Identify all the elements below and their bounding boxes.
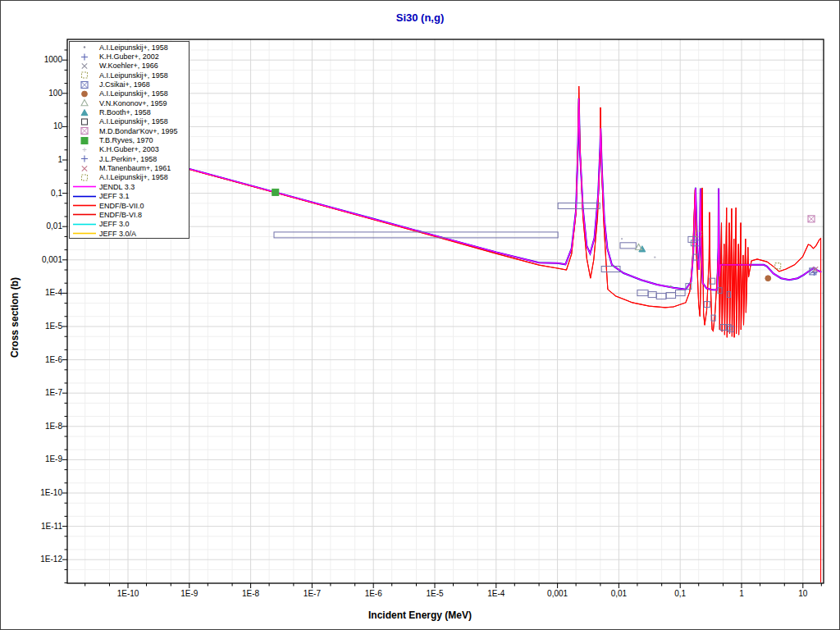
legend-entry-label: A.I.Leipunskij+, 1958: [99, 117, 168, 126]
legend-marker-icon: [70, 62, 99, 71]
legend-entry: R.Booth+, 1958: [70, 107, 189, 116]
marker-plus: [81, 156, 88, 162]
x-tick-label: 10: [780, 589, 826, 598]
marker-dot: [621, 238, 623, 240]
marker-square-crossed: [81, 128, 88, 135]
legend-entry: ENDF/B-VII.0: [70, 201, 189, 210]
legend-marker-icon: [70, 164, 99, 173]
legend-entry-label: A.I.Leipunskij+, 1958: [99, 43, 168, 52]
legend-entry-label: K.H.Guber+, 2002: [99, 52, 159, 61]
legend-marker-icon: [70, 220, 99, 229]
legend-marker-icon: [70, 229, 99, 238]
range-bar: [558, 203, 600, 208]
legend-entry-label: A.I.Leipunskij+, 1958: [99, 71, 168, 80]
legend-entry: W.Koehler+, 1966: [70, 62, 189, 71]
legend-entry-label: JEFF 3.1: [99, 192, 130, 200]
legend-entry-label: V.N.Kononov+, 1959: [99, 99, 167, 107]
x-tick-label: 1E-9: [167, 589, 212, 598]
legend-entry-label: K.H.Guber+, 2003: [99, 145, 159, 153]
legend-marker-icon: [70, 192, 99, 201]
legend-entry: A.I.Leipunskij+, 1958: [70, 89, 189, 98]
range-bar: [688, 236, 696, 242]
y-tick-label: 1000: [20, 55, 62, 64]
legend-marker-icon: [70, 182, 99, 191]
legend-entry-label: A.I.Leipunskij+, 1958: [99, 173, 168, 181]
legend-entry-label: ENDF/B-VI.8: [99, 211, 142, 219]
marker-square-dashed: [82, 175, 88, 180]
legend-entry: A.I.Leipunskij+, 1958: [70, 43, 189, 52]
legend-entry: JEFF 3.1: [70, 192, 189, 201]
marker-circle-filled: [82, 91, 88, 97]
legend-entry-label: R.Booth+, 1958: [99, 108, 151, 116]
legend-entry: JEFF 3.0: [70, 220, 189, 229]
legend-entry-label: J.Csikai+, 1968: [99, 80, 150, 89]
marker-dot: [654, 256, 655, 258]
legend-entry: J.Csikai+, 1968: [70, 80, 189, 89]
legend-marker-icon: [70, 145, 99, 154]
janis-plot-window: Si30 (n,g) Cross section (b) Incident En…: [0, 0, 840, 630]
marker-triangle-open: [81, 100, 88, 106]
y-tick-label: 1E-11: [20, 522, 62, 531]
y-axis-title: Cross section (b): [9, 277, 21, 358]
range-bar: [620, 243, 636, 249]
marker-x: [82, 166, 87, 171]
legend-entry: J.L.Perkin+, 1958: [70, 154, 189, 163]
curve-endf-b-vii-0: [189, 86, 821, 583]
legend-entry-label: M.D.Bondar'Kov+, 1995: [99, 127, 178, 135]
curve-endf-b-vi-8: [189, 86, 821, 583]
legend-marker-icon: [70, 98, 99, 107]
marker-x: [82, 63, 87, 68]
y-tick-label: 0,001: [20, 255, 62, 264]
legend-entry: T.B.Ryves, 1970: [70, 135, 189, 144]
range-bar: [648, 292, 656, 298]
x-tick-label: 1E-8: [228, 589, 274, 598]
x-tick-label: 1E-4: [473, 589, 519, 598]
legend-entry: JEFF 3.0/A: [70, 229, 189, 238]
legend-entry: A.I.Leipunskij+, 1958: [70, 117, 189, 126]
x-tick-label: 0,01: [596, 589, 641, 598]
legend-entry: M.Tanenbaum+, 1961: [70, 163, 189, 172]
marker-dot: [669, 285, 671, 287]
x-tick-label: 1E-5: [412, 589, 458, 598]
x-tick-label: 1E-10: [105, 589, 151, 598]
range-bar: [656, 294, 666, 299]
legend-entry-label: JEFF 3.0: [99, 220, 130, 228]
x-tick-label: 0,1: [657, 589, 703, 598]
marker-square-open: [82, 119, 88, 125]
legend-entry: JENDL 3.3: [70, 182, 189, 191]
y-tick-label: 1E-6: [20, 355, 62, 364]
marker-plus: [81, 53, 88, 60]
x-axis-title: Incident Energy (MeV): [1, 609, 839, 621]
legend-marker-icon: [70, 52, 99, 62]
legend-marker-icon: [70, 117, 99, 126]
legend-entry-label: ENDF/B-VII.0: [99, 202, 144, 210]
marker-dot: [84, 46, 85, 48]
marker-plus-faint: [83, 148, 87, 152]
marker-square-dashed: [775, 263, 781, 269]
y-tick-label: 1E-8: [20, 422, 62, 431]
legend-entry-label: W.Koehler+, 1966: [99, 62, 158, 70]
y-tick-label: 0,01: [20, 221, 62, 231]
legend-marker-icon: [70, 43, 99, 52]
legend-marker-icon: [70, 108, 99, 117]
marker-square-filled: [81, 137, 88, 144]
legend-entry: A.I.Leipunskij+, 1958: [70, 173, 189, 182]
y-tick-label: 100: [20, 89, 62, 98]
y-tick-label: 1E-12: [20, 555, 62, 564]
legend-entry-label: JENDL 3.3: [99, 183, 135, 191]
x-tick-label: 0,001: [535, 589, 581, 598]
x-tick-label: 1E-7: [289, 589, 335, 598]
x-tick-label: 1E-6: [350, 589, 396, 598]
y-tick-label: 0,1: [20, 189, 62, 198]
y-tick-label: 1E-10: [20, 488, 62, 497]
legend-box: A.I.Leipunskij+, 1958K.H.Guber+, 2002W.K…: [69, 41, 189, 239]
legend-marker-icon: [70, 136, 99, 145]
legend-entry-label: J.L.Perkin+, 1958: [99, 155, 157, 163]
marker-square-filled: [272, 189, 279, 195]
y-tick-label: 1E-7: [20, 388, 62, 397]
legend-entry: K.H.Guber+, 2003: [70, 145, 189, 154]
legend-entry: A.I.Leipunskij+, 1958: [70, 71, 189, 80]
range-bars: [274, 203, 733, 331]
legend-marker-icon: [70, 126, 99, 135]
marker-circle-filled: [765, 276, 771, 281]
